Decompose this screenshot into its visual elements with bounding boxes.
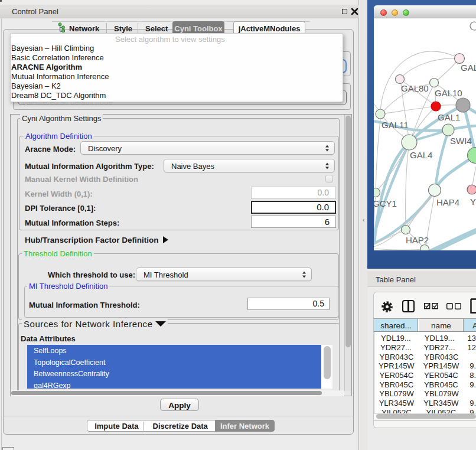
- svg-text:GAL11: GAL11: [382, 120, 409, 130]
- svg-text:HAP2: HAP2: [406, 235, 429, 245]
- svg-text:GAL4: GAL4: [410, 150, 432, 160]
- svg-text:GAL80: GAL80: [401, 83, 429, 93]
- svg-text:HAP4: HAP4: [436, 197, 459, 207]
- svg-text:GAL1: GAL1: [438, 112, 460, 122]
- svg-text:GCY1: GCY1: [374, 198, 397, 208]
- svg-text:GAL: GAL: [461, 63, 476, 73]
- svg-text:GAL10: GAL10: [435, 88, 462, 98]
- svg-text:Y: Y: [470, 197, 476, 207]
- svg-text:SWI4: SWI4: [450, 136, 472, 146]
